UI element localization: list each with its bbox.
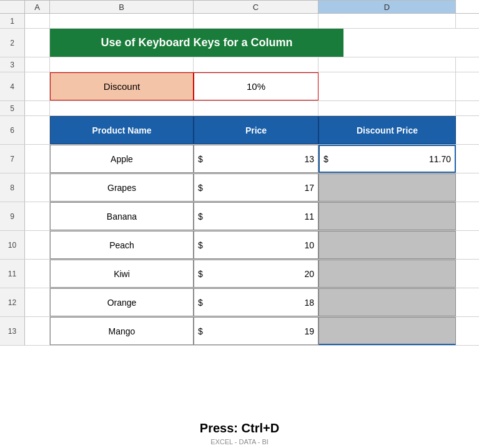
row-7: 7 Apple $ 13 $ 11.70 xyxy=(0,145,479,173)
cell-b1[interactable] xyxy=(50,14,194,28)
bottom-text: Press: Ctrl+D xyxy=(0,415,479,438)
row-num-10: 10 xyxy=(0,231,25,259)
cell-b3[interactable] xyxy=(50,57,194,72)
row-9: 9 Banana $ 11 xyxy=(0,202,479,231)
discount-banana[interactable] xyxy=(319,202,456,230)
watermark: EXCEL - DATA - BI xyxy=(0,438,479,448)
row-1: 1 xyxy=(0,14,479,29)
cell-a12[interactable] xyxy=(25,288,50,316)
row-num-1: 1 xyxy=(0,14,25,28)
price-banana[interactable]: $ 11 xyxy=(194,202,319,230)
price-grapes[interactable]: $ 17 xyxy=(194,173,319,202)
discount-apple[interactable]: $ 11.70 xyxy=(319,145,456,173)
row-num-12: 12 xyxy=(0,288,25,316)
cell-a6[interactable] xyxy=(25,116,50,144)
column-headers: A B C D xyxy=(0,0,479,14)
row-6: 6 Product Name Price Discount Price xyxy=(0,116,479,145)
col-header-a[interactable]: A xyxy=(25,0,50,13)
row-4: 4 Discount 10% xyxy=(0,72,479,101)
col-header-d[interactable]: D xyxy=(319,0,456,13)
cell-a1[interactable] xyxy=(25,14,50,28)
price-kiwi[interactable]: $ 20 xyxy=(194,260,319,288)
cell-d3[interactable] xyxy=(319,57,456,72)
cell-a10[interactable] xyxy=(25,231,50,259)
row-3: 3 xyxy=(0,57,479,72)
cell-a9[interactable] xyxy=(25,202,50,230)
cell-a4[interactable] xyxy=(25,72,50,100)
row-num-9: 9 xyxy=(0,202,25,230)
discount-orange[interactable] xyxy=(319,288,456,316)
cell-c5[interactable] xyxy=(194,101,319,115)
cell-c3[interactable] xyxy=(194,57,319,72)
cell-a11[interactable] xyxy=(25,260,50,288)
discount-mango[interactable] xyxy=(319,317,456,345)
header-discount-price: Discount Price xyxy=(319,116,456,144)
cell-a13[interactable] xyxy=(25,317,50,345)
product-mango[interactable]: Mango xyxy=(50,317,194,345)
price-mango[interactable]: $ 19 xyxy=(194,317,319,345)
cell-d4[interactable] xyxy=(319,72,456,100)
row-12: 12 Orange $ 18 xyxy=(0,288,479,317)
row-num-11: 11 xyxy=(0,260,25,288)
row-num-4: 4 xyxy=(0,72,25,100)
col-header-c[interactable]: C xyxy=(194,0,319,13)
row-num-3: 3 xyxy=(0,57,25,72)
row-5: 5 xyxy=(0,101,479,116)
row-10: 10 Peach $ 10 xyxy=(0,231,479,260)
discount-label[interactable]: Discount xyxy=(50,72,194,100)
row-13: 13 Mango $ 19 xyxy=(0,317,479,346)
price-orange[interactable]: $ 18 xyxy=(194,288,319,316)
discount-kiwi[interactable] xyxy=(319,260,456,288)
row-num-5: 5 xyxy=(0,101,25,115)
product-orange[interactable]: Orange xyxy=(50,288,194,316)
header-product: Product Name xyxy=(50,116,194,144)
product-kiwi[interactable]: Kiwi xyxy=(50,260,194,288)
product-banana[interactable]: Banana xyxy=(50,202,194,230)
row-num-6: 6 xyxy=(0,116,25,144)
cell-b5[interactable] xyxy=(50,101,194,115)
cell-a5[interactable] xyxy=(25,101,50,115)
cell-a7[interactable] xyxy=(25,145,50,173)
row-2: 2 Use of Keyboard Keys for a Column xyxy=(0,29,479,57)
cell-a8[interactable] xyxy=(25,173,50,202)
cell-a2[interactable] xyxy=(25,29,50,57)
corner-cell xyxy=(0,0,25,13)
cell-d5[interactable] xyxy=(319,101,456,115)
row-num-8: 8 xyxy=(0,173,25,202)
row-11: 11 Kiwi $ 20 xyxy=(0,260,479,288)
product-grapes[interactable]: Grapes xyxy=(50,173,194,202)
title-cell: Use of Keyboard Keys for a Column xyxy=(50,29,343,57)
price-peach[interactable]: $ 10 xyxy=(194,231,319,259)
discount-peach[interactable] xyxy=(319,231,456,259)
product-apple[interactable]: Apple xyxy=(50,145,194,173)
cell-a3[interactable] xyxy=(25,57,50,72)
row-num-2: 2 xyxy=(0,29,25,57)
cell-d1[interactable] xyxy=(319,14,456,28)
col-header-b[interactable]: B xyxy=(50,0,194,13)
row-8: 8 Grapes $ 17 xyxy=(0,173,479,202)
row-num-7: 7 xyxy=(0,145,25,173)
price-apple[interactable]: $ 13 xyxy=(194,145,319,173)
cell-c1[interactable] xyxy=(194,14,319,28)
row-num-13: 13 xyxy=(0,317,25,345)
discount-grapes[interactable] xyxy=(319,173,456,202)
header-price: Price xyxy=(194,116,319,144)
discount-value[interactable]: 10% xyxy=(194,72,319,100)
spreadsheet: A B C D 1 2 Use of Keyboard Keys for a C… xyxy=(0,0,479,448)
rows-area: 1 2 Use of Keyboard Keys for a Column 3 … xyxy=(0,14,479,415)
product-peach[interactable]: Peach xyxy=(50,231,194,259)
